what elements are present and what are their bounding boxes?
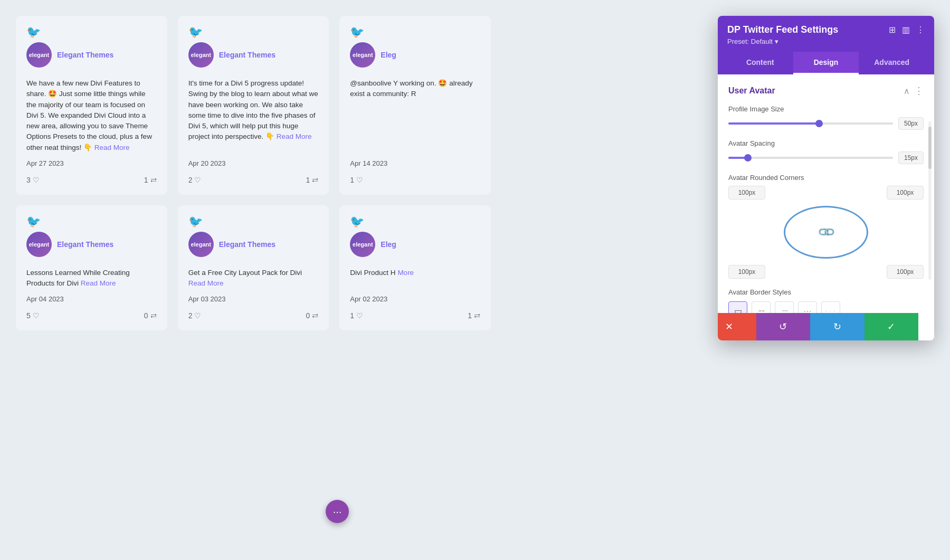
section-header: User Avatar ∧ ⋮ — [728, 85, 924, 97]
profile-image-size-value[interactable]: 50px — [898, 117, 924, 130]
tweet-card-3: 🐦 elegant Eleg @sanboolive Y working on.… — [339, 16, 491, 195]
tweet-card-1: 🐦 elegant Elegant Themes We have a few n… — [16, 16, 167, 195]
author-name-2: Elegant Themes — [219, 51, 276, 59]
undo-icon: ↺ — [779, 321, 787, 333]
panel-header-icons: ⊞ ▥ ⋮ — [889, 25, 925, 35]
heart-icon-2 — [194, 176, 201, 184]
corner-top-right[interactable]: 100px — [887, 186, 924, 200]
likes-5[interactable]: 2 — [188, 311, 202, 320]
likes-3[interactable]: 1 — [350, 176, 363, 184]
panel-title-row: DP Twitter Feed Settings ⊞ ▥ ⋮ — [727, 24, 925, 35]
panel-more-icon[interactable]: ⋮ — [916, 25, 925, 35]
oval-container[interactable]: 🔗 — [784, 206, 868, 259]
corner-top-left[interactable]: 100px — [728, 186, 765, 200]
tweet-date-4: Apr 04 2023 — [26, 295, 157, 303]
read-more-link-4[interactable]: Read More — [81, 279, 116, 287]
redo-icon: ↻ — [833, 321, 841, 333]
read-more-link-2[interactable]: Read More — [277, 132, 312, 140]
save-button[interactable]: ✓ — [864, 313, 919, 340]
profile-image-size-thumb[interactable] — [815, 120, 823, 127]
author-name-4: Elegant Themes — [57, 240, 113, 249]
corner-bottom-right[interactable]: 100px — [887, 265, 924, 279]
shares-1[interactable]: 1 — [144, 176, 157, 184]
read-more-link-5[interactable]: Read More — [188, 279, 224, 287]
tweet-date-1: Apr 27 2023 — [26, 159, 157, 167]
shares-5[interactable]: 0 — [306, 311, 319, 320]
share-icon-4 — [150, 311, 157, 320]
read-more-link-1[interactable]: Read More — [94, 144, 130, 151]
section-title: User Avatar — [728, 86, 775, 96]
twitter-icon-5: 🐦 — [188, 215, 203, 229]
tab-content[interactable]: Content — [727, 52, 793, 74]
tweet-body-1: We have a few new Divi Features to share… — [26, 78, 157, 153]
section-controls: ∧ ⋮ — [904, 85, 924, 97]
profile-image-size-track — [728, 122, 893, 125]
tweet-date-6: Apr 02 2023 — [350, 295, 480, 303]
avatar-3: elegant — [350, 42, 375, 68]
tweet-body-6: Divi Product H More — [350, 268, 480, 289]
undo-button[interactable]: ↺ — [756, 313, 811, 340]
tweet-actions-2: 2 1 — [188, 176, 319, 184]
border-styles-label: Avatar Border Styles — [728, 288, 924, 296]
profile-image-size-slider-row: 50px — [728, 117, 924, 130]
avatar-spacing-value[interactable]: 15px — [898, 151, 924, 164]
shares-6[interactable]: 1 — [468, 311, 480, 320]
profile-image-size-label: Profile Image Size — [728, 105, 924, 113]
shares-4[interactable]: 0 — [144, 311, 157, 320]
likes-4[interactable]: 5 — [26, 311, 40, 320]
avatar-text-6: elegant — [353, 241, 373, 248]
avatar-4: elegant — [26, 232, 52, 257]
read-more-link-6[interactable]: More — [397, 269, 414, 277]
author-name-5: Elegant Themes — [219, 240, 276, 249]
author-name-3: Eleg — [381, 51, 396, 59]
tweet-actions-4: 5 0 — [26, 311, 157, 320]
tweet-card-4: 🐦 elegant Elegant Themes Lessons Learned… — [16, 205, 167, 331]
tweet-body-5: Get a Free City Layout Pack for Divi Rea… — [188, 268, 319, 289]
avatar-5: elegant — [188, 232, 214, 257]
heart-icon-3 — [356, 176, 363, 184]
share-icon-1 — [150, 176, 157, 184]
collapse-icon[interactable]: ∧ — [904, 86, 910, 96]
rounded-corners-wrapper: 100px 100px 🔗 100px 100px — [728, 186, 924, 279]
corner-bottom-left[interactable]: 100px — [728, 265, 765, 279]
redo-button[interactable]: ↻ — [810, 313, 864, 340]
panel-layout-icon[interactable]: ⊞ — [889, 25, 896, 35]
avatar-text-5: elegant — [191, 241, 211, 248]
avatar-spacing-track — [728, 157, 893, 159]
panel-body: User Avatar ∧ ⋮ Profile Image Size 50px … — [718, 74, 934, 340]
avatar-text-2: elegant — [191, 52, 211, 58]
likes-2[interactable]: 2 — [188, 176, 202, 184]
avatar-spacing-thumb[interactable] — [744, 154, 752, 162]
avatar-text-3: elegant — [353, 52, 373, 58]
shares-2[interactable]: 1 — [306, 176, 319, 184]
tweet-card-5: 🐦 elegant Elegant Themes Get a Free City… — [178, 205, 329, 331]
tab-design[interactable]: Design — [793, 52, 859, 74]
scroll-thumb[interactable] — [928, 127, 932, 169]
fab-button[interactable]: ··· — [326, 500, 349, 523]
panel-columns-icon[interactable]: ▥ — [902, 25, 910, 35]
tweet-header-6: elegant Eleg — [350, 216, 480, 257]
tab-advanced[interactable]: Advanced — [859, 52, 925, 74]
panel-preset[interactable]: Preset: Default ▾ — [727, 37, 925, 45]
cancel-icon: ✕ — [725, 321, 733, 333]
tweet-card-6: 🐦 elegant Eleg Divi Product H More Apr 0… — [339, 205, 491, 331]
twitter-icon-3: 🐦 — [350, 25, 364, 39]
share-icon-5 — [312, 311, 318, 320]
share-icon-6 — [474, 311, 480, 320]
likes-1[interactable]: 3 — [26, 176, 40, 184]
link-icon: 🔗 — [816, 222, 835, 242]
avatar-spacing-label: Avatar Spacing — [728, 139, 924, 147]
likes-6[interactable]: 1 — [350, 311, 363, 320]
avatar-spacing-group: Avatar Spacing 15px — [728, 139, 924, 164]
heart-icon-6 — [356, 311, 363, 320]
scroll-bar[interactable] — [928, 121, 932, 280]
tweet-actions-6: 1 1 — [350, 311, 480, 320]
tweet-header-1: elegant Elegant Themes — [26, 26, 157, 68]
twitter-icon-6: 🐦 — [350, 215, 364, 229]
tweet-header-4: elegant Elegant Themes — [26, 216, 157, 257]
section-more-icon[interactable]: ⋮ — [914, 85, 924, 97]
tweet-actions-5: 2 0 — [188, 311, 319, 320]
cancel-button[interactable]: ✕ — [718, 313, 756, 340]
bottom-action-bar: ✕ ↺ ↻ ✓ — [718, 313, 918, 340]
twitter-icon-2: 🐦 — [188, 25, 203, 39]
